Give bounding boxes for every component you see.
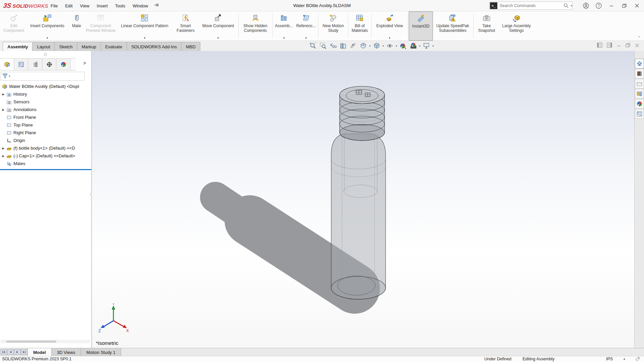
menu-tools[interactable]: Tools bbox=[111, 0, 129, 11]
doc-minimize-icon[interactable] bbox=[616, 43, 621, 49]
search-input[interactable] bbox=[498, 3, 562, 8]
configurationmanager-tab[interactable] bbox=[28, 59, 42, 70]
tab-solidworks-add-ins[interactable]: SOLIDWORKS Add-Ins bbox=[127, 42, 182, 51]
search-dropdown-caret-icon[interactable]: ▾ bbox=[571, 4, 572, 7]
bottle-body-part[interactable] bbox=[331, 134, 386, 299]
tab-markup[interactable]: Markup bbox=[77, 42, 101, 51]
view-settings-monitor-icon[interactable] bbox=[422, 42, 431, 50]
featuremanager-tab[interactable] bbox=[0, 59, 14, 70]
units-selector[interactable]: IPS bbox=[606, 357, 613, 361]
large-assembly-settings-button[interactable]: Large Assembly Settings bbox=[499, 11, 534, 41]
insert-components-button[interactable]: Insert Components ▼ bbox=[26, 11, 68, 41]
view-orientation-cube-icon[interactable] bbox=[359, 42, 367, 50]
exploded-view-button[interactable]: Exploded View ▼ bbox=[372, 11, 407, 41]
last-tab-button[interactable] bbox=[21, 349, 27, 355]
tab-layout[interactable]: Layout bbox=[32, 42, 55, 51]
tree-item-sensors[interactable]: Sensors bbox=[0, 98, 91, 106]
tree-item-cap[interactable]: ▶ (-) Cap<1> (Default) <<Default> bbox=[0, 152, 91, 160]
mate-button[interactable]: Mate bbox=[68, 11, 85, 41]
propertymanager-tab[interactable] bbox=[14, 59, 28, 70]
dropdown-caret-icon[interactable]: ▼ bbox=[305, 37, 307, 40]
tab-evaluate[interactable]: Evaluate bbox=[101, 42, 127, 51]
scrollbar-thumb[interactable] bbox=[6, 341, 56, 343]
tree-item-front-plane[interactable]: Front Plane bbox=[0, 113, 91, 121]
taskpane-custom-properties-button[interactable] bbox=[635, 109, 644, 119]
expand-arrow-icon[interactable]: ▶ bbox=[1, 147, 6, 150]
menu-insert[interactable]: Insert bbox=[93, 0, 111, 11]
hide-show-caret-icon[interactable]: ▾ bbox=[396, 44, 397, 48]
first-tab-button[interactable] bbox=[1, 349, 7, 355]
doc-close-icon[interactable] bbox=[635, 43, 639, 49]
cap-part[interactable] bbox=[340, 86, 385, 141]
taskpane-view-palette-button[interactable] bbox=[635, 89, 644, 99]
tag-icon[interactable] bbox=[635, 357, 640, 362]
previous-view-icon[interactable] bbox=[329, 42, 337, 50]
tab-assembly[interactable]: Assembly bbox=[3, 42, 33, 51]
reference-geometry-button[interactable]: Referenc... ▼ bbox=[295, 11, 317, 41]
tree-root-assembly[interactable]: Water BOttle Assbly (Default) <Displ bbox=[0, 83, 91, 90]
filter-caret-icon[interactable]: ▾ bbox=[9, 74, 10, 78]
hide-show-items-eye-icon[interactable] bbox=[386, 42, 394, 50]
taskpane-design-library-button[interactable] bbox=[635, 69, 644, 79]
menu-file[interactable]: File bbox=[47, 0, 61, 11]
tab-model[interactable]: Model bbox=[28, 348, 52, 356]
move-component-button[interactable]: Move Component ▼ bbox=[199, 11, 238, 41]
graphics-viewport[interactable]: Y X Z *Isometric bbox=[92, 51, 634, 348]
bill-of-materials-button[interactable]: Bill of Materials bbox=[349, 11, 370, 41]
annotation-visibility-icon[interactable]: A bbox=[349, 42, 357, 50]
apply-scene-caret-icon[interactable]: ▾ bbox=[419, 44, 421, 48]
view-settings-caret-icon[interactable]: ▾ bbox=[432, 44, 434, 48]
dropdown-caret-icon[interactable]: ▼ bbox=[388, 37, 391, 40]
tab-3d-views[interactable]: 3D Views bbox=[51, 348, 81, 356]
window-close-icon[interactable] bbox=[633, 1, 641, 10]
section-view-icon[interactable] bbox=[339, 42, 347, 50]
pin-menu-icon[interactable] bbox=[154, 2, 159, 9]
displaymanager-tab[interactable] bbox=[56, 59, 70, 70]
dropdown-caret-icon[interactable]: ▼ bbox=[46, 37, 49, 40]
tree-item-mates[interactable]: Mates bbox=[0, 160, 91, 167]
tree-filter-bar[interactable]: ▾ bbox=[1, 72, 85, 81]
show-hidden-components-button[interactable]: Show Hidden Components bbox=[239, 11, 271, 41]
window-restore-icon[interactable] bbox=[620, 1, 629, 10]
taskpane-home-button[interactable] bbox=[635, 59, 644, 68]
menu-window[interactable]: Window bbox=[129, 0, 152, 11]
dropdown-caret-icon[interactable]: ▼ bbox=[143, 37, 146, 40]
dimxpertmanager-tab[interactable] bbox=[42, 59, 56, 70]
taskpane-appearances-button[interactable] bbox=[635, 99, 644, 109]
display-style-caret-icon[interactable]: ▾ bbox=[383, 44, 384, 48]
tree-item-history[interactable]: ▶ History bbox=[0, 90, 91, 98]
assembly-features-button[interactable]: Assemb... ▼ bbox=[273, 11, 295, 41]
taskpane-file-explorer-button[interactable] bbox=[635, 79, 644, 89]
panel-splitter-handle-icon[interactable] bbox=[44, 53, 47, 56]
rollback-bar[interactable] bbox=[0, 169, 91, 170]
expand-arrow-icon[interactable]: ▶ bbox=[1, 93, 6, 96]
take-snapshot-button[interactable]: Take Snapshot bbox=[474, 11, 499, 41]
previous-tab-button[interactable] bbox=[7, 349, 14, 355]
search-commands-box[interactable]: >_ ▾ bbox=[489, 2, 573, 10]
display-style-cube-icon[interactable] bbox=[373, 42, 381, 50]
update-speedpak-button[interactable]: Update SpeedPak Subassemblies bbox=[433, 11, 473, 41]
smart-fasteners-button[interactable]: Smart Fasteners bbox=[172, 11, 199, 41]
doc-restore-icon[interactable] bbox=[626, 43, 631, 49]
tree-item-bottle-body[interactable]: ▶ (f) bottle body<1> (Default) <<D bbox=[0, 144, 91, 152]
expand-arrow-icon[interactable]: ▶ bbox=[1, 108, 6, 111]
expand-arrow-icon[interactable]: ▶ bbox=[1, 154, 6, 158]
collapse-pane-left-icon[interactable] bbox=[597, 43, 602, 49]
menu-view[interactable]: View bbox=[76, 0, 93, 11]
zoom-to-area-icon[interactable] bbox=[319, 42, 327, 50]
window-minimize-icon[interactable] bbox=[607, 1, 616, 10]
next-tab-button[interactable] bbox=[14, 349, 20, 355]
tree-item-right-plane[interactable]: Right Plane bbox=[0, 129, 91, 137]
user-account-icon[interactable] bbox=[582, 1, 590, 10]
ribbon-collapse-chevron-icon[interactable]: ⌃ bbox=[638, 36, 641, 40]
collapse-pane-right-icon[interactable] bbox=[607, 43, 612, 49]
dropdown-caret-icon[interactable]: ▼ bbox=[283, 37, 285, 40]
search-magnifier-icon[interactable] bbox=[562, 1, 571, 10]
panel-horizontal-scrollbar[interactable] bbox=[1, 340, 90, 343]
tab-motion-study-1[interactable]: Motion Study 1 bbox=[81, 348, 121, 356]
units-caret-icon[interactable]: ▴ bbox=[624, 357, 625, 360]
help-icon[interactable]: ? bbox=[594, 1, 603, 10]
bottle-assembly-model[interactable] bbox=[92, 51, 634, 348]
tab-sketch[interactable]: Sketch bbox=[54, 42, 77, 51]
tree-item-annotations[interactable]: ▶ A Annotations bbox=[0, 106, 91, 113]
